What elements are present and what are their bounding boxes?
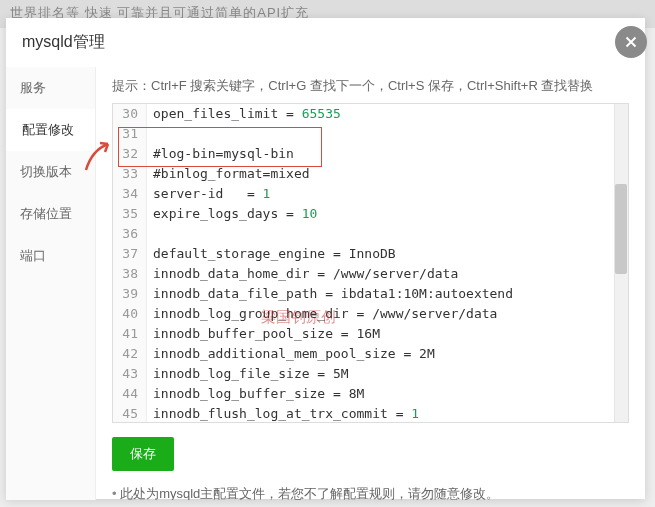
line-number: 34 xyxy=(113,184,147,204)
line-code[interactable]: innodb_data_file_path = ibdata1:10M:auto… xyxy=(147,284,513,304)
editor-line[interactable]: 44innodb_log_buffer_size = 8M xyxy=(113,384,628,404)
editor-line[interactable]: 43innodb_log_file_size = 5M xyxy=(113,364,628,384)
modal-dialog: mysqld管理 服务配置修改切换版本存储位置端口 提示：Ctrl+F 搜索关键… xyxy=(6,18,645,499)
line-code[interactable]: default_storage_engine = InnoDB xyxy=(147,244,396,264)
editor-line[interactable]: 42innodb_additional_mem_pool_size = 2M xyxy=(113,344,628,364)
editor-line[interactable]: 31 xyxy=(113,124,628,144)
line-number: 42 xyxy=(113,344,147,364)
save-button[interactable]: 保存 xyxy=(112,437,174,471)
line-number: 41 xyxy=(113,324,147,344)
editor-line[interactable]: 34server-id = 1 xyxy=(113,184,628,204)
line-code[interactable]: innodb_additional_mem_pool_size = 2M xyxy=(147,344,435,364)
line-number: 45 xyxy=(113,404,147,422)
line-code[interactable]: #binlog_format=mixed xyxy=(147,164,310,184)
sidebar-item-4[interactable]: 端口 xyxy=(6,235,95,277)
line-number: 33 xyxy=(113,164,147,184)
editor-line[interactable]: 35expire_logs_days = 10 xyxy=(113,204,628,224)
line-number: 39 xyxy=(113,284,147,304)
line-code[interactable]: expire_logs_days = 10 xyxy=(147,204,317,224)
editor-line[interactable]: 38innodb_data_home_dir = /www/server/dat… xyxy=(113,264,628,284)
line-number: 38 xyxy=(113,264,147,284)
line-code[interactable]: innodb_buffer_pool_size = 16M xyxy=(147,324,380,344)
line-number: 40 xyxy=(113,304,147,324)
config-note: 此处为mysqld主配置文件，若您不了解配置规则，请勿随意修改。 xyxy=(112,485,629,500)
line-number: 44 xyxy=(113,384,147,404)
line-code[interactable]: innodb_log_buffer_size = 8M xyxy=(147,384,364,404)
content-pane: 提示：Ctrl+F 搜索关键字，Ctrl+G 查找下一个，Ctrl+S 保存，C… xyxy=(96,67,645,500)
close-icon xyxy=(622,33,640,51)
line-code[interactable] xyxy=(147,224,153,244)
line-code[interactable]: innodb_log_file_size = 5M xyxy=(147,364,349,384)
editor-line[interactable]: 40innodb_log_group_home_dir = /www/serve… xyxy=(113,304,628,324)
line-number: 43 xyxy=(113,364,147,384)
config-editor[interactable]: 30open_files_limit = 655353132#log-bin=m… xyxy=(112,103,629,423)
line-code[interactable]: innodb_log_group_home_dir = /www/server/… xyxy=(147,304,497,324)
sidebar: 服务配置修改切换版本存储位置端口 xyxy=(6,67,96,500)
sidebar-item-0[interactable]: 服务 xyxy=(6,67,95,109)
line-number: 30 xyxy=(113,104,147,124)
line-code[interactable]: server-id = 1 xyxy=(147,184,270,204)
line-code[interactable]: innodb_data_home_dir = /www/server/data xyxy=(147,264,458,284)
close-button[interactable] xyxy=(615,26,647,58)
editor-line[interactable]: 33#binlog_format=mixed xyxy=(113,164,628,184)
scrollbar-thumb[interactable] xyxy=(615,184,627,274)
editor-line[interactable]: 41innodb_buffer_pool_size = 16M xyxy=(113,324,628,344)
line-number: 32 xyxy=(113,144,147,164)
sidebar-item-3[interactable]: 存储位置 xyxy=(6,193,95,235)
editor-line[interactable]: 30open_files_limit = 65535 xyxy=(113,104,628,124)
line-number: 36 xyxy=(113,224,147,244)
editor-hint: 提示：Ctrl+F 搜索关键字，Ctrl+G 查找下一个，Ctrl+S 保存，C… xyxy=(112,77,629,95)
editor-line[interactable]: 37default_storage_engine = InnoDB xyxy=(113,244,628,264)
line-number: 31 xyxy=(113,124,147,144)
line-code[interactable]: innodb_flush_log_at_trx_commit = 1 xyxy=(147,404,419,422)
line-code[interactable]: #log-bin=mysql-bin xyxy=(147,144,294,164)
modal-title: mysqld管理 xyxy=(6,18,645,67)
editor-line[interactable]: 32#log-bin=mysql-bin xyxy=(113,144,628,164)
line-number: 35 xyxy=(113,204,147,224)
editor-line[interactable]: 36 xyxy=(113,224,628,244)
annotation-arrow-icon xyxy=(78,138,116,182)
line-number: 37 xyxy=(113,244,147,264)
scrollbar-track[interactable] xyxy=(614,104,628,422)
line-code[interactable]: open_files_limit = 65535 xyxy=(147,104,341,124)
line-code[interactable] xyxy=(147,124,153,144)
editor-line[interactable]: 39innodb_data_file_path = ibdata1:10M:au… xyxy=(113,284,628,304)
editor-line[interactable]: 45innodb_flush_log_at_trx_commit = 1 xyxy=(113,404,628,422)
